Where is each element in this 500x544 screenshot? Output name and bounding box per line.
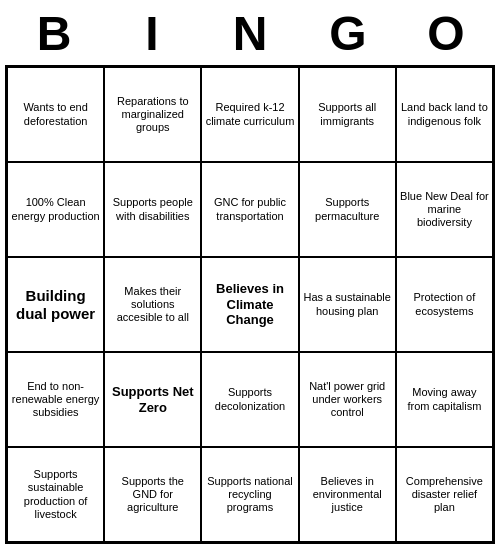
- bingo-cell-2: Required k-12 climate curriculum: [201, 67, 298, 162]
- bingo-cell-8: Supports permaculture: [299, 162, 396, 257]
- bingo-cell-23: Believes in environmental justice: [299, 447, 396, 542]
- bingo-title: B I N G O: [5, 0, 495, 65]
- bingo-cell-4: Land back land to indigenous folk: [396, 67, 493, 162]
- bingo-cell-22: Supports national recycling programs: [201, 447, 298, 542]
- bingo-cell-14: Protection of ecosystems: [396, 257, 493, 352]
- letter-b: B: [9, 6, 99, 61]
- bingo-cell-24: Comprehensive disaster relief plan: [396, 447, 493, 542]
- bingo-cell-1: Reparations to marginalized groups: [104, 67, 201, 162]
- bingo-cell-19: Moving away from capitalism: [396, 352, 493, 447]
- bingo-cell-17: Supports decolonization: [201, 352, 298, 447]
- bingo-cell-0: Wants to end deforestation: [7, 67, 104, 162]
- bingo-cell-18: Nat'l power grid under workers control: [299, 352, 396, 447]
- bingo-cell-9: Blue New Deal for marine biodiversity: [396, 162, 493, 257]
- letter-g: G: [303, 6, 393, 61]
- bingo-cell-16: Supports Net Zero: [104, 352, 201, 447]
- bingo-cell-21: Supports the GND for agriculture: [104, 447, 201, 542]
- bingo-cell-11: Makes their solutions accesible to all: [104, 257, 201, 352]
- bingo-cell-5: 100% Clean energy production: [7, 162, 104, 257]
- bingo-cell-6: Supports people with disabilities: [104, 162, 201, 257]
- bingo-cell-20: Supports sustainable production of lives…: [7, 447, 104, 542]
- letter-i: I: [107, 6, 197, 61]
- bingo-grid: Wants to end deforestationReparations to…: [5, 65, 495, 544]
- letter-o: O: [401, 6, 491, 61]
- bingo-cell-10: Building dual power: [7, 257, 104, 352]
- bingo-cell-7: GNC for public transportation: [201, 162, 298, 257]
- letter-n: N: [205, 6, 295, 61]
- bingo-cell-15: End to non-renewable energy subsidies: [7, 352, 104, 447]
- bingo-cell-3: Supports all immigrants: [299, 67, 396, 162]
- bingo-cell-12: Believes in Climate Change: [201, 257, 298, 352]
- bingo-cell-13: Has a sustainable housing plan: [299, 257, 396, 352]
